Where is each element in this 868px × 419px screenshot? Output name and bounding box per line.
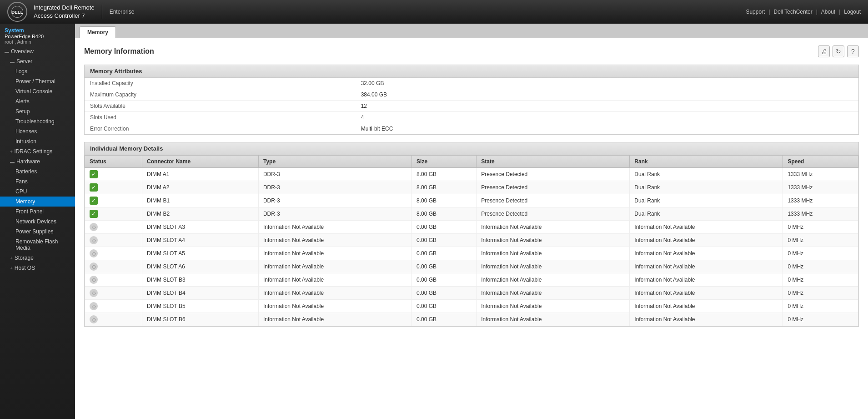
sidebar-item-storage[interactable]: + Storage (0, 253, 75, 263)
sidebar-item-hardware[interactable]: ▬ Hardware (0, 156, 75, 167)
sidebar-item-troubleshooting[interactable]: Troubleshooting (0, 116, 75, 126)
column-header: Connector Name (142, 156, 259, 168)
cell-status: ✓ (85, 168, 142, 181)
sidebar-item-server[interactable]: ▬ Server (0, 56, 75, 66)
table-row: ✓ DIMM A1 DDR-3 8.00 GB Presence Detecte… (85, 168, 858, 181)
content-area: Memory Information 🖨 ↻ ? Memory Attribut… (75, 38, 868, 419)
attribute-row: Maximum Capacity384.00 GB (85, 89, 858, 101)
cell-connector: DIMM B1 (142, 194, 259, 207)
cell-status: ◇ (85, 287, 142, 300)
cell-size: 8.00 GB (412, 207, 477, 221)
sidebar-item-power-thermal[interactable]: Power / Thermal (0, 76, 75, 86)
tab-bar: Memory (75, 24, 868, 38)
status-ok-icon: ✓ (90, 183, 98, 192)
tab-memory[interactable]: Memory (80, 26, 116, 38)
cell-speed: 0 MHz (783, 287, 858, 300)
sidebar-item-idrac-settings[interactable]: + iDRAC Settings (0, 146, 75, 156)
cell-size: 8.00 GB (412, 194, 477, 207)
sidebar-item-memory[interactable]: Memory (0, 197, 75, 207)
cell-size: 0.00 GB (412, 234, 477, 247)
techcenter-link[interactable]: Dell TechCenter (774, 9, 813, 15)
sidebar-item-alerts[interactable]: Alerts (0, 96, 75, 106)
cell-type: Information Not Available (258, 234, 411, 247)
cell-state: Information Not Available (477, 273, 630, 287)
cell-type: Information Not Available (258, 300, 411, 313)
sidebar-item-licenses[interactable]: Licenses (0, 126, 75, 136)
sidebar-item-power-supplies[interactable]: Power Supplies (0, 227, 75, 237)
cell-status: ◇ (85, 273, 142, 287)
sidebar-item-host-os[interactable]: + Host OS (0, 263, 75, 273)
cell-size: 0.00 GB (412, 273, 477, 287)
cell-status: ◇ (85, 260, 142, 273)
cell-rank: Information Not Available (630, 221, 783, 234)
sidebar-item-removable-flash[interactable]: Removable Flash Media (0, 237, 75, 253)
sidebar-item-setup[interactable]: Setup (0, 106, 75, 116)
cell-speed: 0 MHz (783, 313, 858, 326)
status-na-icon: ◇ (90, 223, 98, 231)
sidebar-item-batteries[interactable]: Batteries (0, 167, 75, 177)
cell-connector: DIMM A1 (142, 168, 259, 181)
cell-state: Presence Detected (477, 168, 630, 181)
system-model: PowerEdge R420 (5, 34, 70, 39)
print-button[interactable]: 🖨 (818, 45, 830, 57)
cell-status: ✓ (85, 207, 142, 221)
column-header: State (477, 156, 630, 168)
expand-storage-icon: + (10, 256, 13, 261)
dell-logo: DELL (7, 2, 27, 22)
sidebar-item-cpu[interactable]: CPU (0, 187, 75, 197)
table-row: ✓ DIMM A2 DDR-3 8.00 GB Presence Detecte… (85, 181, 858, 194)
cell-state: Presence Detected (477, 207, 630, 221)
cell-state: Information Not Available (477, 313, 630, 326)
about-link[interactable]: About (821, 9, 835, 15)
sidebar-item-logs[interactable]: Logs (0, 66, 75, 76)
column-header: Status (85, 156, 142, 168)
cell-connector: DIMM SLOT B6 (142, 313, 259, 326)
status-na-icon: ◇ (90, 236, 98, 244)
attribute-row: Installed Capacity32.00 GB (85, 78, 858, 89)
page-title: Memory Information (84, 47, 154, 56)
sidebar-item-intrusion[interactable]: Intrusion (0, 136, 75, 146)
cell-rank: Information Not Available (630, 260, 783, 273)
status-ok-icon: ✓ (90, 170, 98, 178)
cell-connector: DIMM B2 (142, 207, 259, 221)
sidebar-item-front-panel[interactable]: Front Panel (0, 207, 75, 217)
cell-type: Information Not Available (258, 221, 411, 234)
cell-type: Information Not Available (258, 287, 411, 300)
cell-connector: DIMM SLOT B3 (142, 273, 259, 287)
cell-speed: 1333 MHz (783, 168, 858, 181)
system-user: root , Admin (5, 39, 70, 45)
support-link[interactable]: Support (746, 9, 765, 15)
cell-connector: DIMM SLOT B5 (142, 300, 259, 313)
cell-size: 0.00 GB (412, 260, 477, 273)
column-header: Rank (630, 156, 783, 168)
cell-rank: Information Not Available (630, 234, 783, 247)
status-ok-icon: ✓ (90, 197, 98, 205)
edition-label: Enterprise (110, 9, 135, 15)
expand-overview-icon: ▬ (5, 49, 9, 54)
attribute-value: 32.00 GB (356, 78, 858, 89)
cell-speed: 1333 MHz (783, 207, 858, 221)
cell-type: DDR-3 (258, 181, 411, 194)
help-button[interactable]: ? (847, 45, 859, 57)
memory-details-section: Individual Memory Details StatusConnecto… (84, 142, 859, 327)
cell-rank: Dual Rank (630, 168, 783, 181)
refresh-button[interactable]: ↻ (833, 45, 844, 57)
sidebar-item-virtual-console[interactable]: Virtual Console (0, 86, 75, 96)
cell-rank: Dual Rank (630, 207, 783, 221)
cell-rank: Information Not Available (630, 287, 783, 300)
system-label: System (5, 27, 70, 34)
attribute-row: Slots Used4 (85, 112, 858, 123)
table-row: ◇ DIMM SLOT B4 Information Not Available… (85, 287, 858, 300)
cell-state: Information Not Available (477, 221, 630, 234)
cell-type: Information Not Available (258, 260, 411, 273)
attribute-row: Slots Available12 (85, 101, 858, 112)
sidebar-item-network-devices[interactable]: Network Devices (0, 217, 75, 227)
attribute-value: 12 (356, 101, 858, 112)
cell-speed: 0 MHz (783, 260, 858, 273)
logout-link[interactable]: Logout (844, 9, 861, 15)
sidebar-item-fans[interactable]: Fans (0, 177, 75, 187)
attribute-value: Multi-bit ECC (356, 123, 858, 135)
sidebar-item-overview[interactable]: ▬ Overview (0, 46, 75, 56)
cell-state: Information Not Available (477, 300, 630, 313)
layout: System PowerEdge R420 root , Admin ▬ Ove… (0, 24, 868, 419)
